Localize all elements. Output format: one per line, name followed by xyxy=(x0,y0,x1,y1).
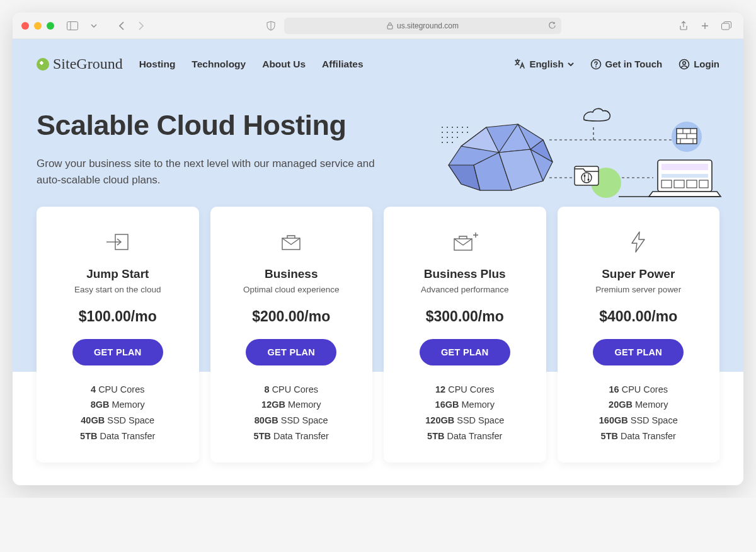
nav-affiliates[interactable]: Affiliates xyxy=(322,59,363,70)
plan-feature: 5TB Data Transfer xyxy=(570,428,707,444)
tabs-overview-button[interactable] xyxy=(718,19,735,33)
svg-rect-30 xyxy=(662,164,708,170)
new-tab-button[interactable] xyxy=(697,19,713,33)
plan-feature: 12 CPU Cores xyxy=(396,382,534,398)
svg-point-59 xyxy=(442,142,443,143)
nav-hosting[interactable]: Hosting xyxy=(139,59,176,70)
help-icon xyxy=(590,59,602,70)
plan-name: Business Plus xyxy=(396,267,534,281)
plans-grid: Jump Start Easy start on the cloud $100.… xyxy=(37,207,719,463)
window-controls xyxy=(21,22,54,30)
reload-icon xyxy=(548,21,556,30)
hero-subtitle: Grow your business site to the next leve… xyxy=(37,156,389,189)
svg-point-43 xyxy=(442,127,443,128)
plan-feature: 4 CPU Cores xyxy=(49,382,186,398)
svg-point-56 xyxy=(447,137,448,138)
plan-card: Business Optimal cloud experience $200.0… xyxy=(210,207,373,463)
svg-point-49 xyxy=(442,132,443,133)
svg-point-58 xyxy=(457,137,458,138)
plan-price: $100.00/mo xyxy=(49,308,186,325)
chevron-down-icon xyxy=(568,62,574,66)
plan-card: Business Plus Advanced performance $300.… xyxy=(384,207,546,463)
plan-feature: 40GB SSD Space xyxy=(49,413,186,428)
plan-features: 16 CPU Cores20GB Memory160GB SSD Space5T… xyxy=(570,382,707,444)
svg-point-55 xyxy=(442,137,443,138)
plan-price: $300.00/mo xyxy=(396,308,534,325)
reload-button[interactable] xyxy=(548,21,556,30)
close-window-button[interactable] xyxy=(21,22,29,30)
plan-feature: 8GB Memory xyxy=(49,397,186,413)
plan-name: Business xyxy=(223,267,360,281)
arrow-into-box-icon xyxy=(49,228,186,256)
share-button[interactable] xyxy=(675,19,692,33)
svg-point-48 xyxy=(467,127,468,128)
svg-point-45 xyxy=(452,127,453,128)
plan-name: Jump Start xyxy=(49,267,186,281)
lightning-icon xyxy=(570,228,707,256)
plan-tagline: Easy start on the cloud xyxy=(49,285,186,294)
plan-features: 8 CPU Cores12GB Memory80GB SSD Space5TB … xyxy=(223,382,360,444)
nav-about[interactable]: About Us xyxy=(262,59,306,70)
plan-feature: 120GB SSD Space xyxy=(396,413,534,428)
lock-icon xyxy=(387,22,393,30)
plan-tagline: Advanced performance xyxy=(396,285,534,294)
svg-rect-0 xyxy=(67,21,78,30)
share-icon xyxy=(679,21,688,31)
contact-label: Get in Touch xyxy=(605,59,663,69)
contact-link[interactable]: Get in Touch xyxy=(590,59,663,70)
shield-button[interactable] xyxy=(263,19,279,33)
get-plan-button[interactable]: GET PLAN xyxy=(593,339,684,365)
chevron-down-icon xyxy=(91,24,97,28)
shield-icon xyxy=(266,21,275,31)
svg-point-53 xyxy=(462,132,463,133)
svg-point-60 xyxy=(447,142,448,143)
plan-feature: 16 CPU Cores xyxy=(570,382,707,398)
login-label: Login xyxy=(694,59,719,69)
svg-rect-31 xyxy=(662,174,708,178)
get-plan-button[interactable]: GET PLAN xyxy=(246,339,336,365)
tab-dropdown-button[interactable] xyxy=(86,19,102,33)
back-button[interactable] xyxy=(113,19,130,33)
logo[interactable]: SiteGround xyxy=(37,55,123,72)
url-bar[interactable]: us.siteground.com xyxy=(284,18,561,34)
login-link[interactable]: Login xyxy=(679,59,719,70)
plan-card: Super Power Premium server power $400.00… xyxy=(558,207,720,463)
briefcase-plus-icon xyxy=(396,228,534,256)
maximize-window-button[interactable] xyxy=(47,22,54,30)
plan-name: Super Power xyxy=(570,267,707,281)
briefcase-icon xyxy=(223,228,360,256)
svg-point-54 xyxy=(467,132,468,133)
svg-point-61 xyxy=(452,142,453,143)
user-icon xyxy=(679,59,690,70)
plan-feature: 5TB Data Transfer xyxy=(49,428,186,444)
browser-window: us.siteground.com SiteGround xyxy=(13,13,743,485)
svg-point-7 xyxy=(683,61,686,64)
language-selector[interactable]: English xyxy=(514,59,573,70)
sidebar-toggle-button[interactable] xyxy=(64,19,81,33)
plan-feature: 80GB SSD Space xyxy=(223,413,360,428)
svg-point-57 xyxy=(452,137,453,138)
svg-rect-2 xyxy=(387,25,392,29)
get-plan-button[interactable]: GET PLAN xyxy=(420,339,510,365)
get-plan-button[interactable]: GET PLAN xyxy=(72,339,163,365)
plan-feature: 160GB SSD Space xyxy=(570,413,707,428)
nav-technology[interactable]: Technology xyxy=(192,59,246,70)
language-label: English xyxy=(529,59,563,69)
sidebar-icon xyxy=(67,21,78,30)
tabs-icon xyxy=(721,21,731,30)
minimize-window-button[interactable] xyxy=(34,22,42,30)
plan-tagline: Premium server power xyxy=(570,285,707,294)
plan-feature: 12GB Memory xyxy=(223,397,360,413)
svg-point-46 xyxy=(457,127,458,128)
plan-feature: 5TB Data Transfer xyxy=(396,428,534,444)
site-header: SiteGround Hosting Technology About Us A… xyxy=(13,39,743,79)
main-nav: Hosting Technology About Us Affiliates xyxy=(139,59,364,70)
translate-icon xyxy=(514,59,525,70)
page-hero: SiteGround Hosting Technology About Us A… xyxy=(13,39,743,485)
plan-price: $200.00/mo xyxy=(223,308,360,325)
svg-point-27 xyxy=(584,175,586,177)
plan-card: Jump Start Easy start on the cloud $100.… xyxy=(37,207,199,463)
chevron-left-icon xyxy=(119,21,125,30)
svg-rect-3 xyxy=(722,23,730,30)
forward-button[interactable] xyxy=(132,19,149,33)
